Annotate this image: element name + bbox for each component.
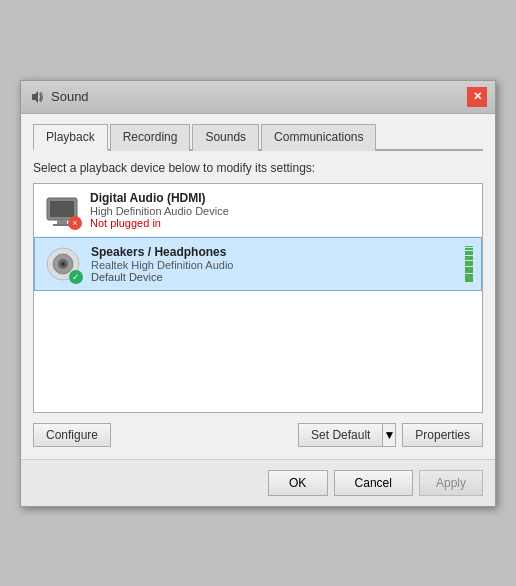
cancel-button[interactable]: Cancel xyxy=(334,470,413,496)
vol-bar-3 xyxy=(465,251,473,254)
hdmi-device-sub: High Definition Audio Device xyxy=(90,205,474,217)
sound-dialog: Sound ✕ Playback Recording Sounds Commun… xyxy=(20,80,496,507)
speakers-device-icon: ✓ xyxy=(43,244,83,284)
speakers-status-badge: ✓ xyxy=(69,270,83,284)
set-default-arrow[interactable]: ▼ xyxy=(383,424,395,446)
tab-recording[interactable]: Recording xyxy=(110,124,191,151)
tab-bar: Playback Recording Sounds Communications xyxy=(33,124,483,151)
speakers-device-sub: Realtek High Definition Audio xyxy=(91,259,457,271)
hdmi-device-icon: × xyxy=(42,190,82,230)
speaker-icon xyxy=(29,89,45,105)
close-button[interactable]: ✕ xyxy=(467,87,487,107)
set-default-group: Set Default ▼ xyxy=(298,423,396,447)
svg-marker-0 xyxy=(32,91,38,103)
hdmi-device-status: Not plugged in xyxy=(90,217,474,229)
window-title: Sound xyxy=(51,89,89,104)
ok-cancel-row: OK Cancel Apply xyxy=(21,459,495,506)
configure-button[interactable]: Configure xyxy=(33,423,111,447)
instruction-text: Select a playback device below to modify… xyxy=(33,161,483,175)
apply-button[interactable]: Apply xyxy=(419,470,483,496)
vol-bar-1 xyxy=(465,246,473,248)
vol-bar-6 xyxy=(465,267,473,273)
tab-sounds[interactable]: Sounds xyxy=(192,124,259,151)
speakers-device-name: Speakers / Headphones xyxy=(91,245,457,259)
speakers-device-status: Default Device xyxy=(91,271,457,283)
properties-button[interactable]: Properties xyxy=(402,423,483,447)
tab-playback[interactable]: Playback xyxy=(33,124,108,151)
svg-point-8 xyxy=(61,262,65,266)
dialog-content: Playback Recording Sounds Communications… xyxy=(21,114,495,459)
speakers-device-info: Speakers / Headphones Realtek High Defin… xyxy=(91,245,457,283)
vol-bar-7 xyxy=(465,274,473,281)
ok-button[interactable]: OK xyxy=(268,470,328,496)
vol-bar-4 xyxy=(465,256,473,260)
svg-rect-2 xyxy=(50,201,74,217)
set-default-button[interactable]: Set Default xyxy=(299,424,383,446)
device-list: × Digital Audio (HDMI) High Definition A… xyxy=(33,183,483,413)
hdmi-device-name: Digital Audio (HDMI) xyxy=(90,191,474,205)
tab-communications[interactable]: Communications xyxy=(261,124,376,151)
volume-indicator xyxy=(465,246,473,282)
title-bar-left: Sound xyxy=(29,89,89,105)
hdmi-status-badge: × xyxy=(68,216,82,230)
action-buttons: Configure Set Default ▼ Properties xyxy=(33,423,483,447)
svg-rect-3 xyxy=(57,220,67,224)
device-item-speakers[interactable]: ✓ Speakers / Headphones Realtek High Def… xyxy=(34,237,482,291)
vol-bar-5 xyxy=(465,261,473,266)
hdmi-device-info: Digital Audio (HDMI) High Definition Aud… xyxy=(90,191,474,229)
device-item-hdmi[interactable]: × Digital Audio (HDMI) High Definition A… xyxy=(34,184,482,237)
vol-bar-2 xyxy=(465,248,473,250)
title-bar: Sound ✕ xyxy=(21,81,495,114)
